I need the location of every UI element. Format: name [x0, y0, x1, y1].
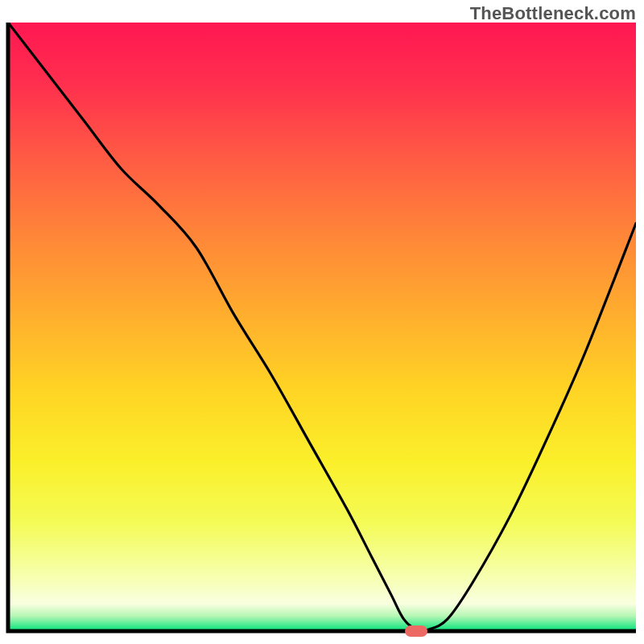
bottleneck-chart: TheBottleneck.com	[0, 0, 644, 644]
chart-svg	[0, 0, 644, 644]
plot-gradient-background	[8, 23, 636, 631]
watermark-text: TheBottleneck.com	[470, 3, 636, 24]
current-point-marker	[405, 625, 427, 637]
